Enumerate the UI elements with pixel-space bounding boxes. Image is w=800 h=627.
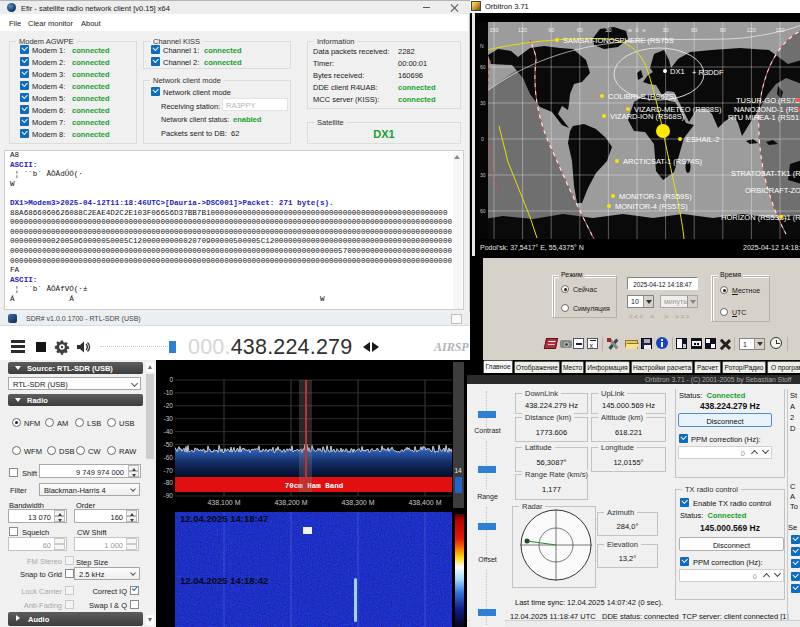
svg-text:MONITOR-4 (RS57S): MONITOR-4 (RS57S) <box>615 202 688 211</box>
svg-text:30: 30 <box>605 27 611 33</box>
svg-text:120: 120 <box>747 27 756 33</box>
svg-text:12.04.2025 14:18:47: 12.04.2025 14:18:47 <box>180 513 268 524</box>
svg-text:-20: -20 <box>164 402 174 409</box>
svg-text:0: 0 <box>169 376 173 383</box>
svg-text:14: 14 <box>454 467 462 474</box>
svg-text:60: 60 <box>691 27 697 33</box>
svg-text:RTU MIREA-1 (RS51S): RTU MIREA-1 (RS51S) <box>728 113 800 122</box>
svg-text:60: 60 <box>480 64 486 70</box>
svg-text:HORIZON (RS53S): HORIZON (RS53S) <box>721 213 787 222</box>
svg-text:150: 150 <box>489 27 498 33</box>
svg-text:STRATOSAT-TK1 (RS52: STRATOSAT-TK1 (RS52 <box>731 169 800 178</box>
svg-text:w: w <box>627 27 632 33</box>
svg-text:MONITOR-3 (RS59S): MONITOR-3 (RS59S) <box>619 192 692 201</box>
svg-text:ESHAIL-2: ESHAIL-2 <box>686 135 719 144</box>
svg-text:120: 120 <box>518 27 527 33</box>
svg-text:N: N <box>480 43 484 49</box>
svg-text:30: 30 <box>480 172 486 178</box>
svg-text:438,400 M: 438,400 M <box>408 499 441 506</box>
svg-text:VIZARD-ION (RS68S): VIZARD-ION (RS68S) <box>610 112 685 121</box>
svg-text:90: 90 <box>548 27 554 33</box>
svg-text:438,300 M: 438,300 M <box>341 499 374 506</box>
svg-text:TUSUR-GO (RS78S): TUSUR-GO (RS78S) <box>736 96 800 105</box>
svg-text:DX1: DX1 <box>670 67 685 76</box>
svg-text:-50: -50 <box>164 441 174 448</box>
svg-text:30: 30 <box>663 27 669 33</box>
svg-text:0: 0 <box>481 136 484 142</box>
svg-text:e: e <box>642 27 645 33</box>
svg-text:ARCTICSAT-1 (RS74S): ARCTICSAT-1 (RS74S) <box>623 157 703 166</box>
svg-text:60: 60 <box>577 27 583 33</box>
svg-text:-40: -40 <box>164 428 174 435</box>
svg-text:438,200 M: 438,200 M <box>274 499 307 506</box>
svg-text:70cm Ham Band: 70cm Ham Band <box>285 482 344 490</box>
svg-text:-10: -10 <box>164 389 174 396</box>
svg-text:90: 90 <box>720 27 726 33</box>
svg-text:SAMSAT-IONOSPHERE (RS75S: SAMSAT-IONOSPHERE (RS75S <box>563 36 674 45</box>
svg-text:-1 (RS: -1 (RS <box>784 213 800 222</box>
svg-text:COLIBRI-S (RS67S): COLIBRI-S (RS67S) <box>608 92 677 101</box>
svg-text:60: 60 <box>480 208 486 214</box>
svg-text:ORBICRAFT-ZORKIY: ORBICRAFT-ZORKIY <box>745 186 800 195</box>
svg-text:-70: -70 <box>164 467 174 474</box>
svg-text:-90: -90 <box>164 492 174 499</box>
svg-text:30: 30 <box>480 100 486 106</box>
svg-text:0: 0 <box>635 27 638 33</box>
svg-text:-30: -30 <box>164 415 174 422</box>
svg-text:12.04.2025 14:18:42: 12.04.2025 14:18:42 <box>180 575 268 586</box>
svg-text:-80: -80 <box>164 479 174 486</box>
svg-text:438,100 M: 438,100 M <box>207 499 240 506</box>
svg-text:-60: -60 <box>164 454 174 461</box>
svg-text:+ R3DDF: + R3DDF <box>692 68 724 77</box>
